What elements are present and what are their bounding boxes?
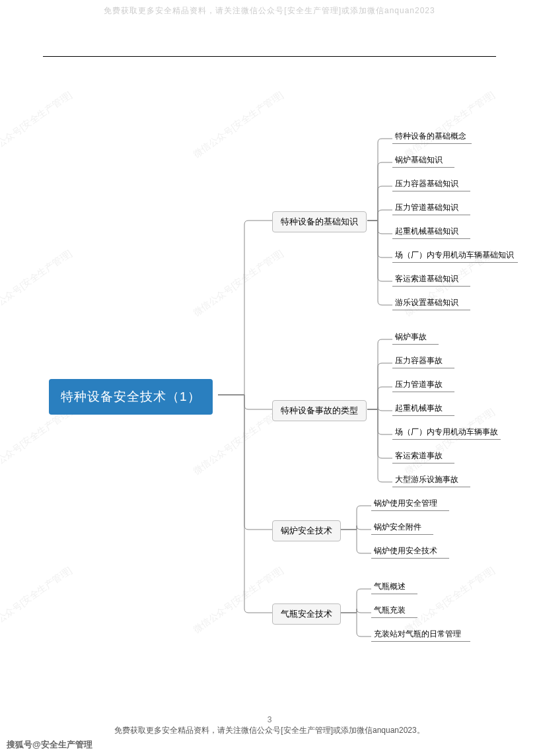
connector-lines xyxy=(0,0,539,756)
leaf-underline xyxy=(392,343,439,345)
leaf-underline xyxy=(392,214,470,215)
diagonal-watermark: 微信公众号[安全生产管理] xyxy=(191,406,285,477)
leaf-underline xyxy=(392,486,470,487)
leaf-underline xyxy=(392,415,454,416)
leaf-node: 锅炉安全附件 xyxy=(374,522,421,533)
leaf-node: 气瓶充装 xyxy=(374,605,406,616)
footer-text: 免费获取更多安全精品资料，请关注微信公众号[安全生产管理]或添加微信anquan… xyxy=(0,725,539,736)
branch-node: 锅炉安全技术 xyxy=(272,520,341,541)
leaf-underline xyxy=(371,640,470,642)
diagonal-watermark: 微信公众号[安全生产管理] xyxy=(191,248,285,319)
leaf-node: 起重机械基础知识 xyxy=(395,226,458,237)
leaf-node: 大型游乐设施事故 xyxy=(395,474,458,485)
diagonal-watermark: 微信公众号[安全生产管理] xyxy=(402,89,497,160)
leaf-underline xyxy=(371,510,449,511)
leaf-node: 场（厂）内专用机动车辆事故 xyxy=(395,427,498,438)
diagonal-watermark: 微信公众号[安全生产管理] xyxy=(0,565,74,636)
leaf-node: 特种设备的基础概念 xyxy=(395,131,466,142)
branch-node: 特种设备事故的类型 xyxy=(272,400,367,421)
leaf-underline xyxy=(392,462,454,464)
leaf-underline xyxy=(371,617,417,618)
leaf-node: 压力容器基础知识 xyxy=(395,178,458,189)
leaf-underline xyxy=(392,190,470,191)
leaf-node: 气瓶概述 xyxy=(374,581,406,592)
diagonal-watermark: 微信公众号[安全生产管理] xyxy=(191,565,285,636)
diagonal-watermark: 微信公众号[安全生产管理] xyxy=(191,89,285,160)
leaf-node: 锅炉使用安全管理 xyxy=(374,498,437,509)
horizontal-rule xyxy=(43,56,496,57)
diagonal-watermark: 微信公众号[安全生产管理] xyxy=(0,89,74,160)
leaf-node: 起重机械事故 xyxy=(395,403,443,414)
diagonal-watermark: 微信公众号[安全生产管理] xyxy=(0,248,74,319)
leaf-underline xyxy=(392,367,454,368)
leaf-underline xyxy=(371,533,433,535)
leaf-node: 游乐设置基础知识 xyxy=(395,297,458,308)
leaf-underline xyxy=(392,166,454,168)
leaf-underline xyxy=(392,285,470,287)
mindmap-root: 特种设备安全技术（1） xyxy=(49,379,213,415)
leaf-node: 锅炉使用安全技术 xyxy=(374,545,437,557)
leaf-node: 场（厂）内专用机动车辆基础知识 xyxy=(395,250,514,261)
leaf-underline xyxy=(371,557,449,559)
leaf-node: 锅炉基础知识 xyxy=(395,155,443,166)
leaf-underline xyxy=(371,593,417,594)
leaf-underline xyxy=(392,309,470,310)
diagonal-watermark: 微信公众号[安全生产管理] xyxy=(402,565,497,636)
leaf-underline xyxy=(392,143,472,144)
top-watermark: 免费获取更多安全精品资料，请关注微信公众号[安全生产管理]或添加微信anquan… xyxy=(0,5,539,17)
branch-node: 特种设备的基础知识 xyxy=(272,211,367,232)
leaf-underline xyxy=(392,391,454,392)
diagonal-watermark: 微信公众号[安全生产管理] xyxy=(0,406,74,477)
page-number: 3 xyxy=(0,715,539,724)
leaf-node: 压力容器事故 xyxy=(395,355,443,366)
leaf-underline xyxy=(392,238,470,239)
leaf-node: 压力管道基础知识 xyxy=(395,202,458,213)
branch-node: 气瓶安全技术 xyxy=(272,603,341,625)
leaf-node: 客运索道基础知识 xyxy=(395,273,458,285)
leaf-node: 客运索道事故 xyxy=(395,450,443,462)
leaf-node: 锅炉事故 xyxy=(395,331,427,343)
document-page: 免费获取更多安全精品资料，请关注微信公众号[安全生产管理]或添加微信anquan… xyxy=(0,0,539,756)
leaf-underline xyxy=(392,438,501,440)
sohu-credit: 搜狐号@安全生产管理 xyxy=(7,739,92,751)
leaf-node: 压力管道事故 xyxy=(395,379,443,390)
diagonal-watermark: 微信公众号[安全生产管理] xyxy=(402,406,497,477)
leaf-underline xyxy=(392,261,518,263)
leaf-node: 充装站对气瓶的日常管理 xyxy=(374,629,461,640)
